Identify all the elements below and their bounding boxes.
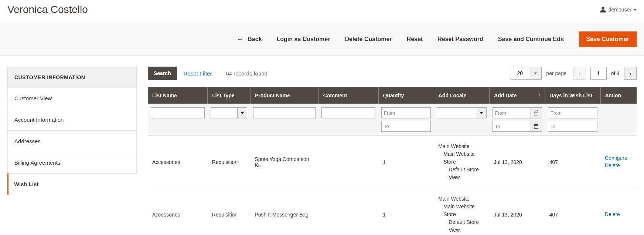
page-number-input[interactable]	[590, 67, 607, 80]
filter-product-name[interactable]	[253, 107, 316, 118]
chevron-down-icon	[480, 112, 483, 114]
cell-add-date: Jul 13, 2020	[490, 136, 545, 188]
col-days[interactable]: Days in Wish List	[545, 87, 600, 104]
filter-add-date-from[interactable]	[493, 107, 531, 118]
cell-add-date: Jul 13, 2020	[490, 188, 545, 235]
delete-customer-button[interactable]: Delete Customer	[345, 36, 392, 43]
calendar-icon	[533, 123, 539, 129]
cell-days: 407	[545, 188, 600, 235]
col-comment[interactable]: Comment	[318, 87, 378, 104]
cell-days: 407	[545, 136, 600, 188]
reset-button[interactable]: Reset	[407, 36, 423, 43]
filter-add-locale[interactable]	[437, 107, 477, 118]
main-content: Search Reset Filter 64 records found per…	[148, 67, 637, 235]
action-bar: ← Back Login as Customer Delete Customer…	[0, 23, 644, 56]
col-quantity[interactable]: Quantity	[378, 87, 434, 104]
cell-list-type: Requisition	[208, 188, 251, 235]
save-continue-button[interactable]: Save and Continue Edit	[498, 36, 564, 43]
filter-days-to[interactable]	[548, 121, 597, 132]
filter-quantity-to[interactable]	[381, 121, 431, 132]
chevron-right-icon: ›	[629, 70, 631, 77]
locale-level-3: Default Store View	[438, 166, 485, 181]
records-found: 64 records found	[226, 70, 268, 77]
page-size-input[interactable]	[511, 67, 529, 80]
locale-level-3: Default Store View	[438, 218, 485, 234]
back-button[interactable]: ← Back	[236, 36, 262, 43]
user-name: demouser	[609, 7, 631, 13]
cell-list-type: Requisition	[208, 136, 251, 188]
sidebar-item-wish-list[interactable]: Wish List	[7, 174, 137, 195]
login-as-customer-button[interactable]: Login as Customer	[277, 36, 330, 43]
sidebar-item-label: Wish List	[14, 181, 39, 187]
chevron-down-icon	[241, 112, 244, 114]
filter-add-locale-dropdown[interactable]	[477, 107, 487, 118]
wish-list-table: List Name List Type Product Name Comment…	[148, 87, 637, 235]
cell-product-name: Push It Messenger Bag	[250, 188, 318, 235]
sidebar-item-label: Account Information	[14, 117, 64, 123]
cell-add-locale: Main Website Main Website Store Default …	[434, 136, 489, 188]
locale-level-1: Main Website	[438, 195, 485, 203]
sidebar: CUSTOMER INFORMATION Customer View Accou…	[7, 67, 137, 235]
sidebar-item-label: Billing Agreements	[14, 160, 60, 166]
col-list-type[interactable]: List Type	[208, 87, 251, 104]
chevron-left-icon: ‹	[579, 70, 581, 77]
calendar-icon-button[interactable]	[531, 107, 542, 118]
filter-comment[interactable]	[321, 107, 375, 118]
locale-level-2: Main Website Store	[438, 150, 485, 166]
page-title: Veronica Costello	[7, 4, 88, 16]
locale-level-2: Main Website Store	[438, 203, 485, 218]
filter-list-type-dropdown[interactable]	[238, 107, 247, 118]
cell-action: Delete	[600, 188, 637, 235]
cell-quantity: 1	[378, 136, 434, 188]
search-button[interactable]: Search	[148, 67, 177, 80]
filter-add-date-to[interactable]	[493, 121, 531, 132]
cell-product-name: Sprite Yoga Companion Kit	[250, 136, 318, 188]
col-add-locale[interactable]: Add Locale	[434, 87, 489, 104]
sort-asc-icon: ↑	[538, 93, 540, 98]
col-add-date-label: Add Date	[494, 93, 517, 98]
cell-comment	[318, 188, 378, 235]
filter-quantity-from[interactable]	[381, 107, 431, 118]
calendar-icon	[533, 110, 539, 116]
save-customer-button[interactable]: Save Customer	[579, 31, 637, 47]
sidebar-item-customer-view[interactable]: Customer View	[8, 88, 136, 109]
reset-filter-link[interactable]: Reset Filter	[184, 70, 212, 77]
calendar-icon-button[interactable]	[531, 121, 542, 132]
col-add-date[interactable]: Add Date ↑	[490, 87, 545, 104]
delete-link[interactable]: Delete	[605, 211, 632, 218]
cell-add-locale: Main Website Main Website Store Default …	[434, 188, 489, 235]
sidebar-item-addresses[interactable]: Addresses	[8, 131, 136, 152]
back-label: Back	[248, 36, 262, 43]
sidebar-item-label: Addresses	[14, 138, 41, 144]
sidebar-item-label: Customer View	[14, 95, 52, 101]
col-action[interactable]: Action	[600, 87, 637, 104]
table-row: Accessories Requisition Sprite Yoga Comp…	[148, 136, 637, 188]
locale-level-1: Main Website	[438, 142, 485, 150]
sidebar-item-billing-agreements[interactable]: Billing Agreements	[8, 152, 136, 173]
cell-list-name: Accessories	[148, 188, 208, 235]
table-row: Accessories Requisition Push It Messenge…	[148, 188, 637, 235]
col-list-name[interactable]: List Name	[148, 87, 208, 104]
user-icon	[600, 6, 606, 13]
chevron-down-icon	[634, 9, 637, 11]
sidebar-item-account-information[interactable]: Account Information	[8, 109, 136, 131]
sidebar-title: CUSTOMER INFORMATION	[7, 67, 137, 88]
cell-action: Configure Delete	[600, 136, 637, 188]
prev-page-button[interactable]: ‹	[573, 67, 586, 80]
reset-password-button[interactable]: Reset Password	[437, 36, 483, 43]
filter-row	[148, 104, 637, 136]
next-page-button[interactable]: ›	[624, 67, 637, 80]
filter-list-name[interactable]	[151, 107, 205, 118]
filter-list-type[interactable]	[211, 107, 238, 118]
total-pages-label: of 4	[611, 70, 620, 76]
page-size-dropdown[interactable]	[529, 67, 542, 80]
arrow-left-icon: ←	[236, 36, 243, 43]
per-page-label: per page	[546, 70, 566, 76]
page-header: Veronica Costello demouser	[7, 0, 637, 23]
configure-link[interactable]: Configure	[605, 155, 632, 162]
user-menu[interactable]: demouser	[600, 6, 637, 13]
filter-days-from[interactable]	[548, 107, 597, 118]
delete-link[interactable]: Delete	[605, 162, 632, 169]
grid-toolbar: Search Reset Filter 64 records found per…	[148, 67, 637, 80]
col-product-name[interactable]: Product Name	[250, 87, 318, 104]
